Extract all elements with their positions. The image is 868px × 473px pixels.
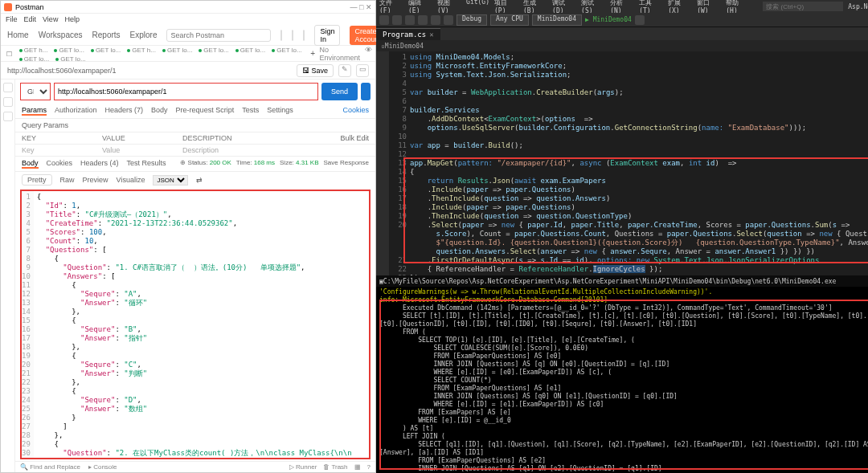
nav-home[interactable]: Home: [7, 31, 29, 39]
response-json[interactable]: 1234567891011121314151617181920212223242…: [20, 190, 371, 459]
request-tab[interactable]: GET lo...: [195, 46, 231, 55]
hot-reload-icon[interactable]: [635, 15, 645, 25]
rtab-body[interactable]: Body: [22, 159, 39, 169]
run-button[interactable]: ▶ MiniDemo04: [585, 16, 632, 23]
postman-window: Postman — □ ✕ File Edit View Help Home W…: [0, 0, 376, 473]
response-tabs: Body Cookies Headers (4) Test Results ⊕ …: [15, 157, 375, 172]
editor[interactable]: 1234567891011121314151617181920212223242…: [376, 51, 868, 275]
signin-button[interactable]: Sign In: [314, 25, 340, 46]
tab-params[interactable]: Params: [22, 106, 47, 116]
save-icon[interactable]: [431, 15, 440, 25]
tab-prescript[interactable]: Pre-request Script: [176, 106, 235, 116]
bell-icon[interactable]: [303, 30, 305, 41]
request-title-row: http://localhost:5060/exampaper/1 🖫 Save…: [1, 62, 375, 80]
env-dropdown[interactable]: No Environment: [319, 46, 360, 62]
request-tab[interactable]: GET lo...: [16, 54, 52, 63]
add-tab-icon[interactable]: +: [308, 49, 318, 58]
bulk-edit[interactable]: Bulk Edit: [340, 134, 369, 142]
vs-toolbar: Debug Any CPU MiniDemo04 ▶ MiniDemo04 Li…: [376, 13, 868, 27]
qp-header: KEYVALUEDESCRIPTIONBulk Edit: [15, 132, 375, 145]
target-dropdown[interactable]: MiniDemo04: [532, 14, 582, 26]
find-replace[interactable]: 🔍 Find and Replace: [20, 463, 80, 471]
invite-icon[interactable]: [280, 30, 282, 41]
menu-file[interactable]: File: [6, 15, 18, 23]
request-tab[interactable]: GET lo...: [232, 46, 268, 55]
send-button[interactable]: Send: [321, 83, 358, 100]
request-tab[interactable]: GET lo...: [52, 54, 88, 63]
qp-row[interactable]: KeyValueDescription: [15, 145, 375, 157]
search-input[interactable]: [166, 29, 271, 42]
save-response[interactable]: Save Response: [324, 159, 369, 169]
view-preview[interactable]: Preview: [83, 176, 108, 184]
cookies-link[interactable]: Cookies: [342, 106, 369, 116]
panes-icon[interactable]: ▦: [354, 463, 361, 471]
request-title: http://localhost:5060/exampaper/1: [7, 67, 292, 75]
config-dropdown[interactable]: Debug: [457, 14, 487, 26]
tab-body[interactable]: Body: [151, 106, 168, 116]
editor-margin: [376, 51, 389, 275]
tab-settings[interactable]: Settings: [267, 106, 293, 116]
rtab-cookies[interactable]: Cookies: [47, 159, 73, 169]
request-tab[interactable]: GET lo...: [159, 46, 195, 55]
view-pretty[interactable]: Pretty: [22, 174, 52, 186]
rtab-tests[interactable]: Test Results: [127, 159, 166, 169]
menu-view[interactable]: View: [43, 15, 58, 23]
nav-bar: Home Workspaces Reports Explore Sign In …: [1, 25, 375, 46]
send-dropdown-icon[interactable]: [361, 83, 371, 100]
wrap-icon[interactable]: ⇄: [196, 176, 203, 184]
request-tabs: □ GET h...GET lo...GET lo...GET h...GET …: [1, 46, 375, 62]
console-window: ▣ C:\MyFile\Source\Repos\Asp.NetCoreExpe…: [376, 275, 868, 473]
request-tab[interactable]: GET h...: [124, 46, 159, 55]
method-select[interactable]: GET: [20, 83, 51, 100]
settings-icon[interactable]: [292, 30, 293, 41]
tab-close-icon[interactable]: ✕: [429, 31, 433, 39]
open-icon[interactable]: [418, 15, 428, 25]
nav-workspaces[interactable]: Workspaces: [39, 31, 83, 39]
new-tab-icon[interactable]: □: [4, 49, 14, 58]
save-button[interactable]: 🖫 Save: [297, 64, 334, 77]
tab-headers[interactable]: Headers (7): [105, 106, 144, 116]
env-eye-icon[interactable]: 👁: [365, 46, 372, 62]
undo-icon[interactable]: [444, 15, 453, 25]
request-subtabs: Params Authorization Headers (7) Body Pr…: [15, 104, 375, 119]
new-icon[interactable]: [405, 15, 415, 25]
titlebar: Postman — □ ✕: [1, 1, 375, 14]
vs-search-input[interactable]: [763, 2, 843, 11]
request-tab[interactable]: GET lo...: [88, 46, 124, 55]
query-params-title: Query Params: [15, 119, 375, 132]
request-tab[interactable]: GET lo...: [268, 46, 305, 55]
edit-icon[interactable]: ✎: [338, 64, 351, 77]
window-controls[interactable]: — □ ✕: [350, 3, 372, 11]
console-output[interactable]: 'ConfigureWarnings(w => w.Throw(Relation…: [376, 287, 868, 473]
tab-auth[interactable]: Authorization: [55, 106, 97, 116]
back-icon[interactable]: [379, 15, 389, 25]
trash[interactable]: 🗑 Trash: [323, 463, 347, 471]
apis-icon[interactable]: [3, 97, 13, 107]
view-raw[interactable]: Raw: [60, 176, 75, 184]
comment-icon[interactable]: ▭: [356, 64, 369, 77]
rtab-headers[interactable]: Headers (4): [80, 159, 119, 169]
vs-tabs: Program.cs✕ ▾ ⊕: [376, 27, 868, 40]
nav-explore[interactable]: Explore: [130, 31, 158, 39]
lang-select[interactable]: JSON: [153, 175, 188, 186]
menu-bar: File Edit View Help: [1, 14, 375, 25]
console-title: ▣ C:\MyFile\Source\Repos\Asp.NetCoreExpe…: [376, 275, 868, 287]
nav-reports[interactable]: Reports: [92, 31, 121, 39]
collections-icon[interactable]: [3, 83, 13, 92]
menu-edit[interactable]: Edit: [24, 15, 37, 23]
vs-project-name: Asp.NetCoreExperiment: [848, 3, 868, 10]
help-icon[interactable]: ?: [367, 463, 371, 471]
statusbar: 🔍 Find and Replace ▸ Console ▷ Runner 🗑 …: [15, 461, 375, 472]
view-visualize[interactable]: Visualize: [117, 176, 145, 184]
tab-program[interactable]: Program.cs✕: [376, 28, 440, 40]
url-input[interactable]: [54, 83, 318, 100]
console[interactable]: ▸ Console: [88, 463, 117, 471]
postman-logo-icon: [4, 3, 12, 11]
platform-dropdown[interactable]: Any CPU: [490, 14, 529, 26]
menu-help[interactable]: Help: [64, 15, 80, 23]
fwd-icon[interactable]: [392, 15, 402, 25]
tab-tests[interactable]: Tests: [242, 106, 259, 116]
runner[interactable]: ▷ Runner: [289, 463, 317, 471]
env-icon[interactable]: [3, 112, 13, 121]
breadcrumb[interactable]: ▫ MiniDemo04: [376, 40, 868, 51]
